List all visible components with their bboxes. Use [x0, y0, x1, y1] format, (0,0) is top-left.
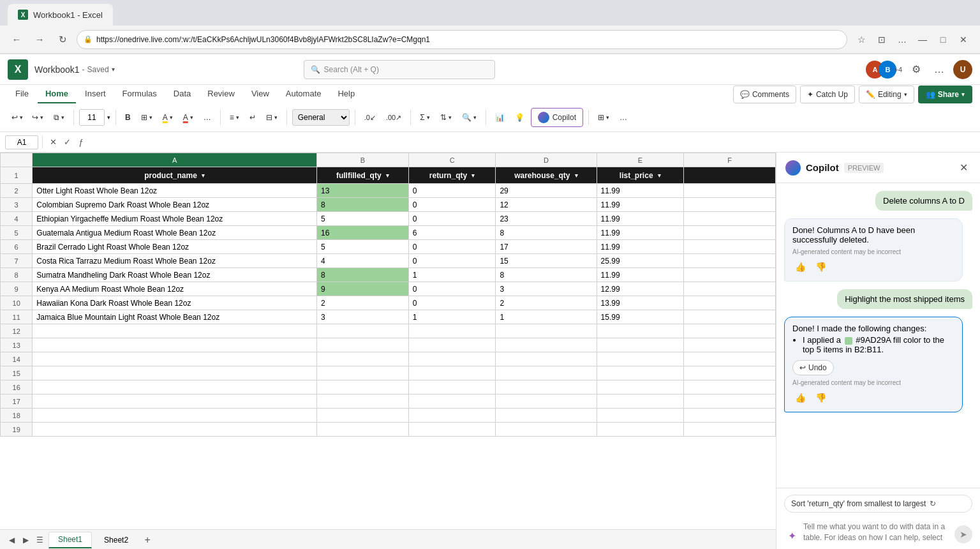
cell-r6-c4[interactable]: 11.99 — [597, 240, 684, 254]
cell-r15-c5[interactable] — [684, 366, 776, 380]
cell-r4-c4[interactable]: 11.99 — [597, 212, 684, 226]
sheet-tab-sheet2[interactable]: Sheet2 — [94, 532, 138, 548]
font-size-dropdown[interactable]: ▾ — [107, 114, 110, 121]
cell-r15-c1[interactable] — [317, 366, 409, 380]
bold-button[interactable]: B — [121, 108, 135, 127]
cell-r5-c2[interactable]: 6 — [408, 226, 496, 240]
grid-view-button[interactable]: ⊞▾ — [594, 108, 613, 127]
sheet-nav-menu[interactable]: ☰ — [33, 534, 46, 546]
chat-input[interactable] — [803, 522, 951, 543]
cell-r6-c5[interactable] — [684, 240, 776, 254]
cell-r10-c1[interactable]: 2 — [317, 296, 409, 310]
cell-r7-c4[interactable]: 25.99 — [597, 254, 684, 268]
fill-color-button[interactable]: A▾ — [159, 108, 177, 127]
cell-r9-c3[interactable]: 3 — [496, 282, 597, 296]
cell-r2-c1[interactable]: 13 — [317, 184, 409, 198]
find-button[interactable]: 🔍▾ — [458, 108, 480, 127]
cell-r12-c2[interactable] — [408, 324, 496, 338]
cell-r9-c0[interactable]: Kenya AA Medium Roast Whole Bean 12oz — [33, 282, 317, 296]
cell-r12-c5[interactable] — [684, 324, 776, 338]
cell-r11-c0[interactable]: Jamaica Blue Mountain Light Roast Whole … — [33, 310, 317, 324]
cell-r13-c4[interactable] — [597, 338, 684, 352]
analyze-button[interactable]: 📊 — [491, 108, 509, 127]
cell-r8-c0[interactable]: Sumatra Mandheling Dark Roast Whole Bean… — [33, 268, 317, 282]
cell-r17-c3[interactable] — [496, 395, 597, 409]
cell-r3-c3[interactable]: 12 — [496, 198, 597, 212]
cell-r12-c0[interactable] — [33, 324, 317, 338]
cell-r9-c4[interactable]: 12.99 — [597, 282, 684, 296]
format-selector[interactable]: General Number Currency Date Text — [292, 109, 350, 126]
cell-r12-c3[interactable] — [496, 324, 597, 338]
cell-r14-c0[interactable] — [33, 352, 317, 366]
clipboard-button[interactable]: ⧉▾ — [50, 108, 68, 127]
cell-r3-c2[interactable]: 0 — [408, 198, 496, 212]
ideas-button[interactable]: 💡 — [511, 108, 528, 127]
cell-r5-c5[interactable] — [684, 226, 776, 240]
formula-input[interactable] — [91, 135, 975, 149]
tab-help[interactable]: Help — [330, 85, 362, 103]
tab-view[interactable]: View — [244, 85, 277, 103]
cell-r6-c2[interactable]: 0 — [408, 240, 496, 254]
cell-r16-c4[interactable] — [597, 380, 684, 395]
cell-r7-c5[interactable] — [684, 254, 776, 268]
cell-r5-c4[interactable]: 11.99 — [597, 226, 684, 240]
cell-r6-c0[interactable]: Brazil Cerrado Light Roast Whole Bean 12… — [33, 240, 317, 254]
sheet-nav-forward[interactable]: ▶ — [19, 534, 32, 546]
settings-button[interactable]: ⚙ — [907, 61, 925, 79]
cell-r15-c3[interactable] — [496, 366, 597, 380]
cell-r10-c0[interactable]: Hawaiian Kona Dark Roast Whole Bean 12oz — [33, 296, 317, 310]
cell-r9-c1[interactable]: 9 — [317, 282, 409, 296]
cell-r9-c5[interactable] — [684, 282, 776, 296]
tab-file[interactable]: File — [8, 85, 36, 103]
cell-r17-c1[interactable] — [317, 395, 409, 409]
cell-r18-c0[interactable] — [33, 409, 317, 423]
search-box[interactable]: 🔍 Search (Alt + Q) — [304, 60, 495, 79]
cell-r19-c2[interactable] — [408, 423, 496, 437]
cell-r5-c3[interactable]: 8 — [496, 226, 597, 240]
cell-r6-c3[interactable]: 17 — [496, 240, 597, 254]
more-format-button[interactable]: … — [200, 108, 215, 127]
cell-r4-c1[interactable]: 5 — [317, 212, 409, 226]
cell-r18-c2[interactable] — [408, 409, 496, 423]
thumbs-down-2[interactable]: 👎 — [813, 390, 828, 405]
back-button[interactable]: ← — [8, 31, 26, 49]
forward-button[interactable]: → — [31, 31, 48, 49]
cell-r11-c5[interactable] — [684, 310, 776, 324]
share-button[interactable]: 👥 Share ▾ — [918, 86, 972, 103]
cell-r2-c0[interactable]: Otter Light Roast Whole Bean 12oz — [33, 184, 317, 198]
cell-r10-c5[interactable] — [684, 296, 776, 310]
cell-r16-c1[interactable] — [317, 380, 409, 395]
tab-data[interactable]: Data — [166, 85, 198, 103]
cell-r7-c2[interactable]: 0 — [408, 254, 496, 268]
catchup-button[interactable]: ✦ Catch Up — [800, 86, 855, 103]
font-size-input[interactable] — [79, 109, 105, 126]
ribbon-more-button[interactable]: … — [616, 108, 631, 127]
cell-r17-c4[interactable] — [597, 395, 684, 409]
collections-button[interactable]: ⊡ — [873, 31, 891, 49]
tab-formulas[interactable]: Formulas — [115, 85, 165, 103]
cell-r14-c3[interactable] — [496, 352, 597, 366]
cell-r5-c0[interactable]: Guatemala Antigua Medium Roast Whole Bea… — [33, 226, 317, 240]
cell-r7-c0[interactable]: Costa Rica Tarrazu Medium Roast Whole Be… — [33, 254, 317, 268]
cell-r4-c0[interactable]: Ethiopian Yirgacheffe Medium Roast Whole… — [33, 212, 317, 226]
cell-r8-c1[interactable]: 8 — [317, 268, 409, 282]
sparkle-button[interactable]: ✦ — [784, 528, 799, 543]
thumbs-up-1[interactable]: 👍 — [792, 259, 808, 274]
editing-button[interactable]: ✏️ Editing ▾ — [859, 86, 914, 103]
cell-r19-c3[interactable] — [496, 423, 597, 437]
cell-r11-c1[interactable]: 3 — [317, 310, 409, 324]
cell-r9-c2[interactable]: 0 — [408, 282, 496, 296]
send-button[interactable]: ➤ — [954, 525, 972, 543]
user-avatar[interactable]: U — [953, 60, 972, 79]
cell-r3-c4[interactable]: 11.99 — [597, 198, 684, 212]
borders-button[interactable]: ⊞▾ — [137, 108, 156, 127]
cell-r17-c2[interactable] — [408, 395, 496, 409]
cell-r11-c2[interactable]: 1 — [408, 310, 496, 324]
cell-r3-c1[interactable]: 8 — [317, 198, 409, 212]
refresh-button[interactable]: ↻ — [54, 31, 71, 49]
cell-r3-c5[interactable] — [684, 198, 776, 212]
cell-r18-c4[interactable] — [597, 409, 684, 423]
cell-r17-c5[interactable] — [684, 395, 776, 409]
col-header-c[interactable]: C — [408, 153, 496, 167]
cell-r6-c1[interactable]: 5 — [317, 240, 409, 254]
